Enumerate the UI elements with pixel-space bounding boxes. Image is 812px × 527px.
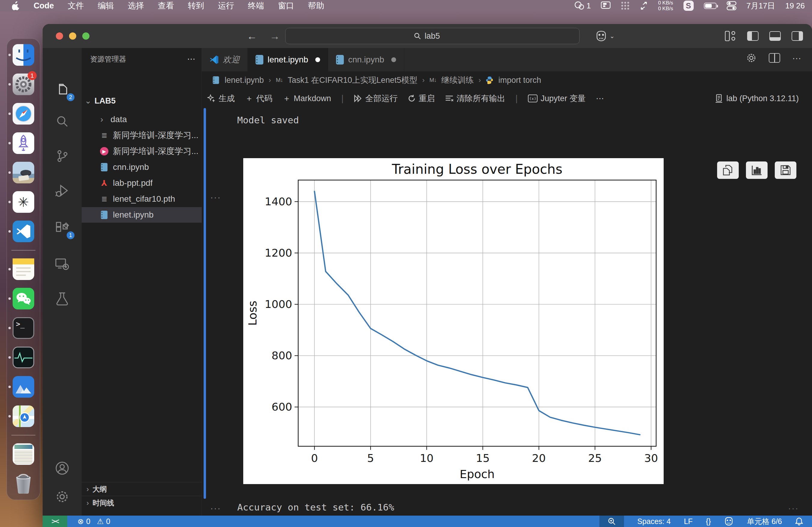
open-plot-viewer-button[interactable] bbox=[746, 162, 768, 179]
zoom-window-button[interactable] bbox=[82, 32, 89, 40]
breadcrumb-file[interactable]: lenet.ipynb bbox=[224, 76, 264, 85]
dock-maps[interactable] bbox=[13, 405, 34, 427]
activitybar-testing[interactable] bbox=[43, 285, 82, 312]
kernel-picker[interactable]: lab (Python 3.12.11) bbox=[715, 89, 799, 108]
menu-item-selection[interactable]: 选择 bbox=[128, 0, 144, 11]
modified-dot-icon[interactable] bbox=[315, 57, 320, 62]
generate-button[interactable]: 生成 bbox=[207, 93, 235, 104]
dock-safari[interactable] bbox=[13, 103, 34, 124]
menu-item-file[interactable]: 文件 bbox=[68, 0, 84, 11]
jupyter-variables-button[interactable]: (x) Jupyter 变量 bbox=[528, 93, 585, 104]
output-options-icon[interactable]: ··· bbox=[210, 503, 221, 513]
menu-item-help[interactable]: 帮助 bbox=[308, 0, 324, 11]
surge-icon[interactable]: S bbox=[683, 1, 694, 11]
dock-activity-monitor[interactable] bbox=[13, 347, 34, 368]
sidebar-item-data[interactable]: › data bbox=[82, 112, 202, 127]
modified-dot-icon[interactable] bbox=[391, 57, 396, 62]
toggle-secondary-sidebar-icon[interactable] bbox=[792, 31, 803, 41]
display-menubar-icon[interactable] bbox=[601, 1, 610, 10]
copy-output-button[interactable] bbox=[717, 162, 739, 179]
apple-icon[interactable] bbox=[12, 1, 20, 10]
network-speed-indicator[interactable]: 0 KB/s 0 KB/s bbox=[658, 0, 673, 11]
launchpad-grid-icon[interactable] bbox=[621, 1, 630, 10]
breadcrumb-cell[interactable]: import torch bbox=[498, 76, 541, 85]
breadcrumb-section-2[interactable]: 继续训练 bbox=[441, 75, 474, 86]
remote-indicator[interactable]: >< bbox=[43, 516, 67, 527]
control-center-icon[interactable] bbox=[727, 1, 736, 10]
menu-item-window[interactable]: 窗口 bbox=[278, 0, 294, 11]
command-center-search[interactable] bbox=[285, 28, 580, 44]
add-code-cell-button[interactable]: ＋ 代码 bbox=[245, 93, 272, 104]
menu-item-terminal[interactable]: 终端 bbox=[248, 0, 264, 11]
sidebar-item-lab-ppt-pdf[interactable]: ⅄ lab-ppt.pdf bbox=[82, 175, 202, 191]
sidebar-item-cnn-ipynb[interactable]: cnn.ipynb bbox=[82, 159, 202, 175]
tab-cnn-ipynb[interactable]: cnn.ipynb bbox=[328, 48, 404, 72]
customize-layout-icon[interactable] bbox=[725, 31, 736, 41]
dock-notes[interactable] bbox=[13, 258, 34, 280]
dock-trash[interactable] bbox=[13, 473, 34, 494]
search-input[interactable] bbox=[424, 31, 451, 41]
menu-item-run[interactable]: 运行 bbox=[218, 0, 234, 11]
activitybar-run-debug[interactable] bbox=[43, 177, 82, 204]
navigate-forward-icon[interactable]: → bbox=[270, 30, 280, 42]
activitybar-account[interactable] bbox=[43, 455, 82, 482]
menubar-date[interactable]: 7月17日 bbox=[746, 1, 775, 11]
activitybar-extensions[interactable]: 1 bbox=[43, 214, 82, 242]
menu-item-view[interactable]: 查看 bbox=[158, 0, 174, 11]
toggle-primary-sidebar-icon[interactable] bbox=[747, 31, 758, 41]
restart-button[interactable]: 重启 bbox=[408, 93, 435, 104]
dock-finder[interactable] bbox=[13, 44, 34, 66]
explorer-more-icon[interactable]: ⋯ bbox=[187, 54, 195, 64]
menu-item-go[interactable]: 转到 bbox=[188, 0, 204, 11]
sidebar-item-lenet-ipynb[interactable]: lenet.ipynb bbox=[82, 207, 202, 223]
run-all-button[interactable]: 全部运行 bbox=[354, 93, 397, 104]
indentation-indicator[interactable]: Spaces: 4 bbox=[637, 517, 670, 526]
menu-item-edit[interactable]: 编辑 bbox=[98, 0, 114, 11]
menu-app-name[interactable]: Code bbox=[34, 1, 54, 11]
breadcrumb-section-1[interactable]: Task1 在CIFAR10上实现Lenet5模型 bbox=[288, 75, 417, 86]
toggle-panel-icon[interactable] bbox=[769, 31, 781, 41]
add-markdown-cell-button[interactable]: ＋ Markdown bbox=[282, 93, 331, 104]
activitybar-explorer[interactable]: 2 bbox=[43, 77, 82, 104]
activitybar-source-control[interactable] bbox=[43, 142, 82, 169]
clear-outputs-button[interactable]: 清除所有输出 bbox=[445, 93, 505, 104]
copilot-status-icon[interactable] bbox=[724, 517, 734, 526]
sidebar-item-training-doc[interactable]: ≣ 新同学培训-深度学习... bbox=[82, 127, 202, 143]
minimize-window-button[interactable] bbox=[69, 32, 76, 40]
tab-welcome[interactable]: 欢迎 bbox=[202, 48, 248, 72]
dock-terminal[interactable]: >_ bbox=[13, 317, 34, 339]
language-brackets-indicator[interactable]: {} bbox=[706, 517, 711, 526]
activitybar-settings[interactable] bbox=[43, 483, 82, 510]
dock-mountains-app[interactable] bbox=[13, 376, 34, 398]
eol-indicator[interactable]: LF bbox=[684, 517, 693, 526]
wechat-menubar-icon[interactable]: 1 bbox=[575, 1, 591, 11]
cell-more-icon[interactable]: ··· bbox=[788, 503, 799, 513]
output-options-icon[interactable]: ··· bbox=[210, 192, 221, 202]
activitybar-remote-explorer[interactable] bbox=[43, 251, 82, 277]
dock-chatgpt[interactable]: ✳ bbox=[13, 191, 34, 213]
dock-documents[interactable] bbox=[13, 443, 34, 465]
dock-rocket-app[interactable] bbox=[13, 132, 34, 154]
resize-arrows-icon[interactable] bbox=[640, 1, 648, 10]
cell-position-indicator[interactable]: 单元格 6/6 bbox=[747, 516, 782, 526]
battery-icon[interactable] bbox=[704, 3, 716, 9]
dock-vscode[interactable] bbox=[13, 221, 34, 242]
dock-wechat[interactable] bbox=[13, 288, 34, 310]
dock-preview[interactable] bbox=[13, 162, 34, 183]
close-window-button[interactable] bbox=[56, 32, 63, 40]
tab-lenet-ipynb[interactable]: lenet.ipynb bbox=[248, 48, 328, 72]
menubar-time[interactable]: 19 26 bbox=[785, 1, 805, 11]
timeline-section-header[interactable]: › 时间线 bbox=[82, 496, 202, 510]
toolbar-more-button[interactable]: ⋯ bbox=[596, 94, 604, 103]
zoom-indicator[interactable] bbox=[599, 516, 624, 527]
folder-root-lab5[interactable]: ⌄ LAB5 bbox=[85, 96, 116, 106]
outline-section-header[interactable]: › 大纲 bbox=[82, 482, 202, 496]
activitybar-search[interactable] bbox=[43, 108, 82, 135]
notifications-bell-icon[interactable] bbox=[795, 517, 803, 526]
notebook-settings-gear-icon[interactable] bbox=[746, 52, 757, 63]
copilot-menu[interactable]: ⌄ bbox=[595, 24, 615, 48]
save-output-button[interactable] bbox=[775, 162, 796, 179]
navigate-back-icon[interactable]: ← bbox=[247, 30, 257, 42]
problems-indicator[interactable]: ⊗ 0 ⚠ 0 bbox=[77, 517, 110, 526]
focused-cell-indicator[interactable] bbox=[204, 108, 206, 499]
